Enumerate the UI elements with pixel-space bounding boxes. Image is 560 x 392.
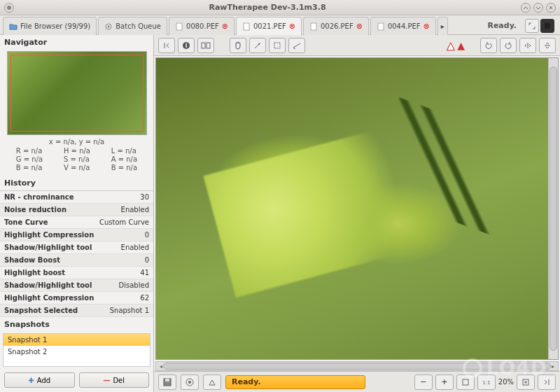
close-icon[interactable]: ⊗ (356, 22, 363, 31)
tab-file-browser[interactable]: File Browser (99/99) (3, 17, 97, 35)
maximize-button[interactable] (533, 3, 543, 13)
navigator-channels: R = n/a G = n/a B = n/a H = n/a S = n/a … (0, 146, 153, 176)
svg-rect-17 (463, 379, 468, 385)
close-icon[interactable]: ⊗ (289, 22, 295, 31)
svg-text:1:1: 1:1 (482, 380, 490, 386)
tab-file-3[interactable]: 0044.PEF ⊗ (370, 17, 436, 35)
channel-value: H = n/a (64, 147, 90, 155)
titlebar: RawTherapee Dev-3.1m3.8 (0, 0, 560, 15)
new-detail-window-icon[interactable] (517, 374, 535, 390)
history-row[interactable]: Highlight Compression0 (0, 229, 153, 241)
rotate-left-icon[interactable] (480, 38, 497, 53)
channel-value: A = n/a (111, 155, 137, 163)
crop-tool-icon[interactable] (269, 38, 286, 53)
svg-rect-12 (274, 43, 280, 48)
minimize-button[interactable] (521, 3, 531, 13)
snapshots-list: Snapshot 1 Snapshot 2 (3, 333, 150, 367)
queue-icon[interactable] (181, 374, 199, 390)
svg-point-16 (188, 381, 191, 384)
history-row[interactable]: Snapshot SelectedSnapshot 1 (0, 304, 153, 317)
theme-toggle-icon[interactable] (540, 19, 554, 33)
zoom-fit-icon[interactable] (456, 374, 475, 390)
panel-left-icon[interactable] (158, 38, 175, 53)
document-icon (175, 22, 183, 31)
svg-rect-4 (244, 23, 249, 30)
channel-value: B = n/a (16, 164, 43, 172)
svg-rect-14 (165, 379, 169, 382)
zoom-level: 20% (498, 378, 514, 386)
svg-rect-6 (378, 23, 384, 30)
navigator-coords: x = n/a, y = n/a (0, 138, 153, 146)
window-title: RawTherapee Dev-3.1m3.8 (18, 3, 517, 12)
close-icon[interactable]: ⊗ (222, 22, 228, 31)
tab-label: 0021.PEF (253, 22, 286, 30)
history-row[interactable]: Shadow/Highlight toolDisabled (0, 279, 153, 292)
history-row[interactable]: Noise reductionEnabled (0, 204, 153, 216)
channel-value: V = n/a (64, 164, 90, 172)
document-icon (309, 22, 318, 31)
before-after-icon[interactable] (197, 38, 214, 53)
svg-text:i: i (186, 43, 188, 49)
info-icon[interactable]: i (178, 38, 195, 53)
scroll-right-icon[interactable]: ▸ (548, 362, 558, 370)
history-row[interactable]: Shadow/Highlight toolEnabled (0, 241, 153, 254)
zoom-100-icon[interactable]: 1:1 (477, 374, 496, 390)
horizontal-scrollbar[interactable]: ◂ ▸ (155, 361, 559, 371)
snapshots-title: Snapshots (0, 317, 153, 332)
del-snapshot-button[interactable]: —Del (79, 372, 150, 388)
history-row[interactable]: Highlight boost41 (0, 267, 153, 279)
document-icon (377, 22, 385, 31)
external-editor-icon[interactable] (203, 374, 221, 390)
tab-file-0[interactable]: 0080.PEF ⊗ (169, 17, 234, 35)
tab-overflow[interactable]: ▸ (438, 17, 448, 35)
folder-icon (9, 22, 18, 31)
status-ready: Ready. (479, 17, 525, 34)
vertical-scrollbar[interactable] (548, 58, 558, 359)
tab-file-1[interactable]: 0021.PEF ⊗ (236, 17, 302, 35)
svg-rect-10 (202, 43, 205, 48)
tab-bar: File Browser (99/99) Batch Queue 0080.PE… (0, 15, 560, 35)
close-icon[interactable]: ⊗ (424, 22, 430, 31)
zoom-in-icon[interactable]: + (435, 374, 454, 390)
rotate-right-icon[interactable] (500, 38, 517, 53)
svg-rect-5 (311, 23, 316, 30)
snapshot-item[interactable]: Snapshot 1 (4, 334, 150, 346)
picker-tool-icon[interactable] (249, 38, 266, 53)
clip-shadow-icon[interactable]: ▲ (447, 40, 454, 51)
history-row[interactable]: Shadow Boost0 (0, 254, 153, 267)
navigator-title: Navigator (0, 35, 153, 50)
history-row[interactable]: NR - chrominance30 (0, 191, 153, 204)
history-title: History (0, 176, 153, 190)
straighten-tool-icon[interactable] (288, 38, 305, 53)
svg-point-2 (108, 25, 110, 27)
clip-highlight-icon[interactable]: ▲ (457, 40, 465, 51)
plus-icon: ✚ (28, 377, 34, 384)
panel-right-icon[interactable] (538, 374, 556, 390)
add-snapshot-button[interactable]: ✚Add (4, 372, 75, 388)
channel-value: G = n/a (16, 155, 43, 163)
tab-label: 0026.PEF (321, 22, 354, 30)
navigator-preview[interactable] (7, 51, 147, 135)
tab-file-2[interactable]: 0026.PEF ⊗ (303, 17, 369, 35)
flip-h-icon[interactable] (519, 38, 536, 53)
channel-value: R = n/a (16, 147, 43, 155)
zoom-out-icon[interactable]: − (414, 374, 433, 390)
window-menu-button[interactable] (4, 3, 14, 13)
svg-rect-11 (206, 43, 210, 48)
snapshot-item[interactable]: Snapshot 2 (4, 346, 150, 358)
image-viewport[interactable] (155, 57, 559, 360)
image-content (156, 58, 558, 359)
tab-label: Batch Queue (115, 22, 161, 30)
svg-point-0 (7, 6, 11, 10)
close-button[interactable] (546, 3, 556, 13)
hand-tool-icon[interactable] (230, 38, 246, 53)
svg-rect-7 (545, 23, 550, 29)
history-row[interactable]: Tone CurveCustom Curve (0, 216, 153, 229)
flip-v-icon[interactable] (539, 38, 556, 53)
history-row[interactable]: Highlight Compression62 (0, 292, 153, 304)
tab-batch-queue[interactable]: Batch Queue (98, 17, 167, 35)
image-toolbar: i ▲ ▲ (154, 35, 560, 56)
image-area: i ▲ ▲ ◂ ▸ (154, 35, 560, 392)
fullscreen-icon[interactable] (525, 19, 539, 33)
save-icon[interactable] (158, 374, 176, 390)
